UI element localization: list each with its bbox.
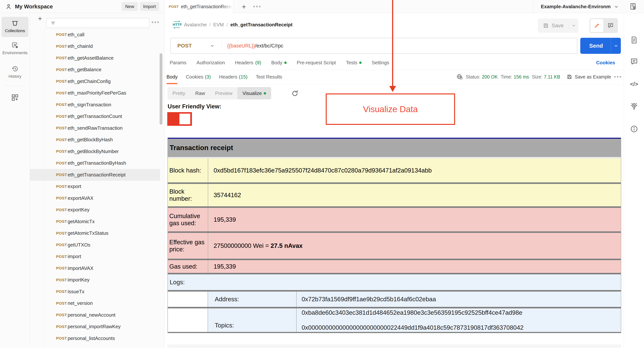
- save-as-example-button[interactable]: Save as Example: [566, 74, 611, 80]
- sidebar-request-item[interactable]: POST importKey: [30, 274, 160, 286]
- request-tab[interactable]: Tests: [346, 60, 362, 66]
- save-button[interactable]: Save: [538, 18, 578, 33]
- response-tab-count: (15): [239, 74, 248, 80]
- sidebar-request-item[interactable]: POST eth_getChainConfig: [30, 76, 160, 87]
- filter-input[interactable]: [58, 20, 144, 26]
- sidebar-request-item[interactable]: POST eth_sendRawTransaction: [30, 122, 160, 134]
- breadcrumb-collection[interactable]: Avalanche: [184, 22, 207, 28]
- request-tab[interactable]: Pre-request Script: [297, 60, 336, 66]
- annotation-arrow-line: [392, 0, 393, 86]
- sidebar-request-item[interactable]: POST eth_getBalance: [30, 64, 160, 76]
- postbot-bulb-icon[interactable]: [630, 102, 638, 111]
- comment-mode-button[interactable]: [604, 19, 617, 32]
- sidebar-more-icon[interactable]: [152, 22, 159, 23]
- tab-method-badge: POST: [169, 5, 179, 9]
- view-tab[interactable]: Pretty: [168, 87, 190, 100]
- request-name: net_version: [68, 300, 93, 306]
- request-list: POST eth_call POST eth_chainId POST eth_…: [30, 29, 164, 348]
- network-icon[interactable]: [456, 74, 463, 80]
- new-tab-button[interactable]: +: [240, 3, 248, 11]
- sidebar-request-item[interactable]: POST eth_getTransactionCount: [30, 111, 160, 122]
- sidebar-request-item[interactable]: POST exportKey: [30, 204, 160, 216]
- sidebar-request-item[interactable]: POST personal_importRawKey: [30, 321, 160, 333]
- environment-quick-look-icon[interactable]: [629, 2, 637, 11]
- response-tab[interactable]: Test Results: [256, 74, 282, 80]
- log-index-cell: [168, 292, 208, 307]
- send-button[interactable]: Send: [580, 38, 621, 54]
- size-value: 7.11 KB: [544, 74, 560, 80]
- url-bar: POST {{baseURL}}/ext/bc/C/rpc: [170, 38, 577, 54]
- sidebar-request-item[interactable]: POST eth_signTransaction: [30, 99, 160, 111]
- sidebar-request-item[interactable]: POST eth_maxPriorityFeePerGas: [30, 87, 160, 99]
- sidebar-request-item[interactable]: POST eth_getTransactionByHash: [30, 157, 160, 169]
- sidebar-scrollbar[interactable]: [160, 53, 162, 125]
- sidebar-request-item[interactable]: POST import: [30, 251, 160, 262]
- sidebar-request-item[interactable]: POST eth_getBlockByNumber: [30, 146, 160, 157]
- request-tab[interactable]: Authorization: [196, 60, 225, 66]
- response-tab[interactable]: Cookies (3): [186, 74, 211, 80]
- breadcrumb-folder[interactable]: EVM: [213, 22, 224, 28]
- sidebar-request-item[interactable]: POST getAtomicTx: [30, 216, 160, 228]
- send-label: Send: [589, 42, 603, 49]
- horizontal-scrollbar[interactable]: [168, 345, 621, 348]
- sidebar-request-item[interactable]: POST eth_chainId: [30, 40, 160, 52]
- save-icon: [543, 22, 549, 29]
- request-name: eth_getTransactionReceipt: [68, 172, 126, 178]
- filter-box[interactable]: [46, 18, 150, 28]
- edit-mode-button[interactable]: [590, 19, 603, 32]
- sidebar-item-collections[interactable]: Collections: [2, 17, 28, 37]
- request-tab[interactable]: Settings: [372, 60, 389, 66]
- configure-blocks-icon[interactable]: [10, 93, 20, 102]
- cookies-link[interactable]: Cookies: [596, 58, 615, 68]
- sidebar-request-item[interactable]: POST personal_listAccounts: [30, 332, 160, 344]
- sidebar-request-item[interactable]: POST eth_getBlockByHash: [30, 134, 160, 146]
- code-icon[interactable]: </>: [630, 80, 638, 88]
- request-tab-open[interactable]: POST eth_getTransactionRece: [164, 0, 233, 13]
- sidebar-item-environments[interactable]: Environments: [0, 42, 30, 55]
- url-input[interactable]: {{baseURL}}/ext/bc/C/rpc: [227, 43, 283, 49]
- table-header-gap: [168, 157, 621, 158]
- sidebar-request-item[interactable]: POST personal_unlockAccount: [30, 344, 160, 348]
- filter-icon: [50, 20, 56, 26]
- request-name: eth_chainId: [68, 43, 93, 49]
- sidebar-request-item[interactable]: POST eth_call: [30, 29, 160, 40]
- environment-selector[interactable]: Example-Avalanche-Environme: [541, 0, 610, 13]
- sidebar-request-item[interactable]: POST getAtomicTxStatus: [30, 228, 160, 239]
- response-more-icon[interactable]: [614, 76, 621, 78]
- request-tab[interactable]: Headers (9): [235, 60, 261, 66]
- request-tab[interactable]: Params: [170, 60, 186, 66]
- request-tab[interactable]: Body: [271, 60, 286, 66]
- sidebar-request-item[interactable]: POST importAVAX: [30, 262, 160, 274]
- sidebar-request-item[interactable]: POST getUTXOs: [30, 239, 160, 251]
- import-button[interactable]: Import: [140, 2, 159, 11]
- response-tab[interactable]: Body: [166, 74, 178, 80]
- view-tab-label: Visualize: [242, 90, 262, 96]
- method-select[interactable]: POST: [177, 43, 192, 49]
- view-tab[interactable]: Preview: [210, 87, 237, 100]
- add-collection-button[interactable]: +: [36, 14, 44, 23]
- chevron-down-icon[interactable]: [614, 4, 619, 9]
- sidebar-request-item[interactable]: POST issueTx: [30, 286, 160, 298]
- sidebar-request-item[interactable]: POST personal_newAccount: [30, 309, 160, 321]
- view-tab[interactable]: Raw: [190, 87, 210, 100]
- sidebar-request-item[interactable]: POST eth_getTransactionReceipt: [30, 169, 160, 181]
- sidebar-request-item[interactable]: POST net_version: [30, 298, 160, 309]
- new-button[interactable]: New: [122, 2, 138, 11]
- sidebar-request-item[interactable]: POST export: [30, 181, 160, 192]
- documentation-icon[interactable]: [630, 36, 638, 44]
- sidebar-request-item[interactable]: POST exportAVAX: [30, 192, 160, 204]
- save-options-chevron-icon[interactable]: [571, 23, 576, 28]
- method-chevron-icon[interactable]: [210, 43, 215, 48]
- sidebar-item-history[interactable]: History: [0, 65, 30, 79]
- table-bottom-border: [168, 332, 621, 333]
- sidebar-request-item[interactable]: POST eth_getAssetBalance: [30, 52, 160, 64]
- comments-icon[interactable]: [630, 57, 638, 66]
- info-icon[interactable]: [630, 124, 638, 134]
- request-name: personal_importRawKey: [68, 324, 120, 330]
- send-options-chevron-icon[interactable]: [613, 43, 618, 48]
- broken-image-checkbox[interactable]: [167, 112, 192, 126]
- view-tab[interactable]: Visualize: [237, 87, 271, 100]
- tab-more-icon[interactable]: [254, 6, 260, 7]
- response-tab[interactable]: Headers (15): [219, 74, 248, 80]
- refresh-icon[interactable]: [291, 89, 299, 98]
